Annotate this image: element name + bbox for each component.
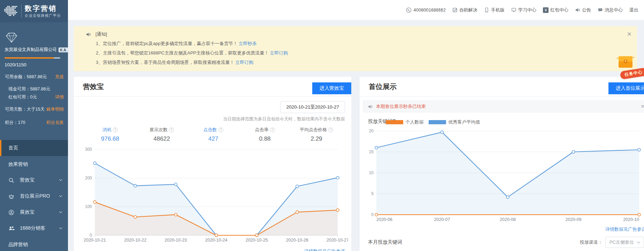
topbar-item-label: 公告 bbox=[582, 7, 591, 13]
notice-line: 2、主搜引流包，帮您锁定1688PC主搜左侧及APP主搜核心位置，获取更多优质流… bbox=[81, 50, 630, 56]
svg-text:0: 0 bbox=[371, 212, 374, 217]
question-icon[interactable] bbox=[270, 127, 275, 132]
sidebar-item-首页[interactable]: 首页 bbox=[0, 140, 68, 156]
people-icon bbox=[8, 225, 15, 231]
enter-shouwei-button[interactable]: 进入首位展示 bbox=[608, 82, 644, 94]
channel-selected-value: PC左侧首位 bbox=[610, 239, 634, 245]
topbar: 4008001688转2自助解决手机版学习中心¥红包中心公告消息中心退出 bbox=[68, 0, 644, 20]
close-icon[interactable] bbox=[641, 103, 644, 110]
stat-点击率: 点击率0.88 bbox=[239, 127, 291, 142]
svg-text:2020-10-23: 2020-10-23 bbox=[164, 238, 187, 243]
svg-text:2020-10: 2020-10 bbox=[623, 217, 639, 222]
svg-text:2020-08: 2020-08 bbox=[500, 217, 516, 222]
sidebar-item-展效宝[interactable]: 展效宝 bbox=[0, 204, 68, 220]
shouwei-panel: 首位展示 进入首位展示 任务中心 本期首位展示秒杀已结束 投放关键词数 个人数据… bbox=[360, 77, 644, 251]
question-icon[interactable] bbox=[219, 127, 223, 132]
sidebar-item-1688分销客[interactable]: 1688分销客 bbox=[0, 220, 68, 236]
enter-yingxiaobao-button[interactable]: 进入营效宝 bbox=[312, 82, 351, 94]
svg-text:2020-10-27: 2020-10-27 bbox=[327, 238, 348, 243]
account-action-link[interactable]: 充值 bbox=[55, 74, 64, 80]
account-action-link[interactable]: 账单明细 bbox=[46, 106, 64, 113]
legend-swatch bbox=[386, 120, 403, 124]
legend-item[interactable]: 个人数据 bbox=[386, 119, 424, 125]
legend-label: 优秀客户平均值 bbox=[449, 119, 480, 125]
topbar-item[interactable]: 手机版 bbox=[484, 7, 505, 13]
menu-section-label: 效果营销 bbox=[0, 156, 68, 172]
stat-消耗: 消耗976.68 bbox=[84, 127, 136, 142]
svg-text:15: 15 bbox=[369, 149, 374, 154]
stat-value: 48622 bbox=[136, 135, 187, 142]
close-icon[interactable] bbox=[627, 30, 631, 39]
topbar-item[interactable]: 公告 bbox=[575, 7, 591, 13]
legend-label: 个人数据 bbox=[406, 119, 424, 125]
chevron-down-icon bbox=[58, 210, 63, 215]
account-row: 可用余额：5887.88元充值 bbox=[0, 73, 68, 81]
svg-text:5: 5 bbox=[371, 191, 374, 196]
svg-text:2020-09: 2020-09 bbox=[566, 217, 582, 222]
channel-select[interactable]: PC左侧首位 bbox=[605, 237, 644, 248]
sidebar: 数字营销 企业全链路推广平台 东莞基业文具制品有限公司 KA 1020/1150… bbox=[0, 0, 68, 251]
yingxiaobao-panel: 营效宝 进入营效宝 2020-10-21至2020-10-27 当日期选择范围为… bbox=[74, 77, 351, 251]
topbar-item[interactable]: 4008001688转2 bbox=[406, 7, 446, 13]
yingxiaobao-panel-title: 营效宝 bbox=[83, 82, 104, 91]
sidebar-item-首位展示PRO[interactable]: 首位展示PRO bbox=[0, 188, 68, 204]
account-action-link[interactable]: 详情 bbox=[55, 94, 64, 101]
account-summary: 可用余额：5887.88元充值现金可用：5887.88元红包可用：0元详情可用天… bbox=[0, 73, 68, 127]
sidebar-item-label: 首页 bbox=[8, 145, 18, 151]
phone-icon bbox=[406, 7, 412, 13]
svg-text:2020-10-21: 2020-10-21 bbox=[84, 238, 106, 243]
svg-text:2020-10-26: 2020-10-26 bbox=[286, 238, 308, 243]
task-center-widget[interactable]: 任务中心 bbox=[616, 54, 644, 77]
account-label: 红包可用：0元 bbox=[8, 94, 37, 101]
chevron-down-icon bbox=[58, 178, 63, 183]
app-logo[interactable]: 数字营销 企业全链路推广平台 bbox=[0, 0, 68, 22]
app-title: 数字营销 bbox=[25, 5, 61, 13]
ad-advisor-link[interactable]: 详情数据见广告参谋 bbox=[304, 249, 345, 251]
topbar-item-label: 消息中心 bbox=[605, 7, 623, 13]
topbar-item[interactable]: 学习中心 bbox=[511, 7, 536, 13]
svg-text:2020-10-22: 2020-10-22 bbox=[124, 238, 146, 243]
legend-swatch bbox=[429, 120, 446, 124]
search-icon bbox=[8, 177, 15, 183]
treasure-chest-icon bbox=[616, 54, 644, 70]
ad-advisor-link[interactable]: 详情数据见广告参谋 bbox=[605, 227, 644, 232]
account-label: 可用天数：大于15天 bbox=[5, 106, 45, 113]
stat-value: 427 bbox=[187, 135, 239, 142]
notice-line-text: 2、主搜引流包，帮您锁定1688PC主搜左侧及APP主搜核心位置，获取更多优质流… bbox=[96, 50, 269, 56]
stat-label: 展示次数 bbox=[150, 127, 168, 133]
svg-text:2020-10-24: 2020-10-24 bbox=[205, 238, 228, 243]
sidebar-item-label: 营效宝 bbox=[20, 177, 34, 183]
sidebar-item-label: 1688分销客 bbox=[20, 225, 45, 231]
account-label: 积分：170 bbox=[5, 119, 25, 126]
notice-action-link[interactable]: 立即订购 bbox=[270, 50, 288, 56]
account-action-link[interactable]: 积分兑奖 bbox=[46, 119, 64, 126]
topbar-item-label: 4008001688转2 bbox=[413, 7, 446, 13]
logo-icon bbox=[4, 6, 18, 17]
stat-value: 0.88 bbox=[239, 135, 291, 142]
shouwei-trend-chart: 051015202020-062020-072020-082020-092020… bbox=[364, 127, 644, 225]
notice-line: 3、营销场景智投方案，基于商品生命周期场景，获取搜索精准流量！立即订购 bbox=[81, 59, 630, 66]
topbar-item[interactable]: 消息中心 bbox=[598, 7, 623, 13]
stat-展示次数: 展示次数48622 bbox=[136, 127, 187, 142]
stat-label: 消耗 bbox=[102, 127, 112, 133]
question-icon[interactable] bbox=[328, 127, 333, 132]
account-label: 现金可用：5887.88元 bbox=[8, 86, 50, 93]
question-icon[interactable] bbox=[169, 127, 174, 132]
notice-title: [通知] bbox=[95, 31, 107, 37]
topbar-item[interactable]: ¥红包中心 bbox=[543, 7, 568, 13]
legend-item[interactable]: 优秀客户平均值 bbox=[429, 119, 480, 125]
notice-action-link[interactable]: 立即订购 bbox=[235, 60, 253, 65]
sidebar-menu: 首页效果营销营效宝首位展示PRO展效宝1688分销客品牌营销 bbox=[0, 140, 68, 251]
notice-action-link[interactable]: 立即秒杀 bbox=[239, 41, 257, 46]
company-name: 东莞基业文具制品有限公司 bbox=[5, 47, 57, 53]
check-square-icon bbox=[452, 7, 458, 13]
topbar-item[interactable]: 退出 bbox=[629, 7, 638, 13]
sidebar-item-营效宝[interactable]: 营效宝 bbox=[0, 172, 68, 188]
question-icon[interactable] bbox=[113, 127, 118, 132]
board-icon bbox=[511, 7, 516, 13]
chevron-down-icon bbox=[58, 194, 63, 199]
account-row: 红包可用：0元详情 bbox=[0, 93, 68, 101]
date-range-picker[interactable]: 2020-10-21至2020-10-27 bbox=[280, 101, 345, 113]
person-badge-icon bbox=[8, 209, 15, 215]
topbar-item[interactable]: 自助解决 bbox=[452, 7, 477, 13]
